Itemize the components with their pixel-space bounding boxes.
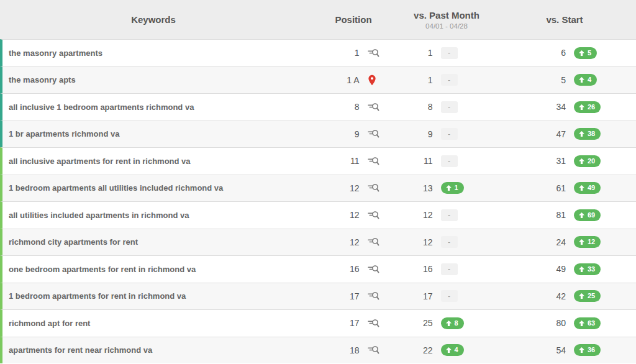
start-cell: 61 49 — [493, 182, 636, 194]
position-icon-slot[interactable] — [368, 183, 380, 193]
change-up-badge: 36 — [574, 344, 601, 356]
start-cell: 6 5 — [493, 47, 636, 59]
no-change-badge: - — [441, 101, 458, 113]
past-month-change-badge: 4 — [441, 344, 467, 356]
keyword-cell: 1 bedroom apartments all utilities inclu… — [2, 183, 307, 193]
no-change-badge: - — [441, 155, 458, 167]
table-row[interactable]: 1 bedroom apartments all utilities inclu… — [0, 175, 636, 202]
position-icon-slot[interactable] — [368, 345, 380, 355]
table-row[interactable]: all utilities included apartments in ric… — [0, 201, 636, 229]
serp-preview-icon[interactable] — [368, 157, 379, 166]
position-cell: 12 — [307, 183, 400, 193]
change-up-badge: 26 — [574, 101, 601, 113]
change-value: 49 — [588, 184, 595, 191]
start-value: 42 — [547, 291, 566, 301]
arrow-up-icon — [446, 321, 452, 326]
position-value: 17 — [341, 318, 360, 328]
change-up-badge: 63 — [574, 317, 601, 329]
start-change-badge: 12 — [574, 236, 610, 248]
start-change-badge: 63 — [574, 317, 610, 329]
position-value: 1 A — [341, 75, 360, 85]
start-value: 61 — [547, 183, 566, 193]
arrow-up-icon — [579, 266, 584, 272]
position-value: 16 — [341, 264, 360, 274]
arrow-up-icon — [579, 293, 584, 299]
position-icon-slot[interactable] — [368, 319, 380, 328]
start-value: 24 — [547, 237, 566, 247]
keyword-label: 1 bedroom apartments all utilities inclu… — [9, 183, 223, 193]
table-row[interactable]: 1 bedroom apartments for rent in richmon… — [0, 283, 636, 310]
arrow-up-icon — [579, 50, 584, 56]
keyword-label: the masonry apts — [9, 75, 76, 84]
table-row[interactable]: the masonry apartments 1 1 - 6 5 — [0, 39, 636, 66]
position-icon-slot[interactable] — [368, 129, 380, 139]
table-row[interactable]: apartments for rent near richmond va 18 … — [0, 337, 636, 364]
serp-preview-icon[interactable] — [368, 265, 379, 274]
table-row[interactable]: all inclusive apartments for rent in ric… — [0, 147, 636, 175]
change-value: 5 — [588, 50, 591, 57]
start-value: 49 — [547, 264, 566, 274]
start-cell: 47 38 — [493, 128, 636, 140]
position-icon-slot[interactable] — [368, 75, 380, 86]
serp-preview-icon[interactable] — [368, 237, 379, 247]
position-cell: 9 — [307, 129, 400, 139]
serp-preview-icon[interactable] — [368, 48, 379, 58]
table-row[interactable]: richmond city apartments for rent 12 12 … — [0, 229, 636, 256]
past-month-value: 1 — [414, 75, 433, 85]
start-change-badge: 69 — [574, 209, 610, 221]
past-month-value: 25 — [414, 318, 433, 328]
change-up-badge: 25 — [574, 290, 601, 302]
start-cell: 54 36 — [493, 344, 636, 356]
arrow-up-icon — [446, 347, 452, 353]
table-row[interactable]: the masonry apts 1 A 1 - 5 4 — [0, 66, 636, 94]
serp-preview-icon[interactable] — [368, 345, 379, 355]
change-value: 33 — [588, 266, 595, 273]
position-icon-slot[interactable] — [368, 48, 380, 58]
table-row[interactable]: richmond apt for rent 17 25 8 80 63 — [0, 309, 636, 337]
past-month-value: 16 — [414, 264, 433, 274]
past-month-change-badge: - — [441, 209, 467, 221]
position-icon-slot[interactable] — [368, 237, 380, 247]
no-change-badge: - — [441, 263, 458, 275]
serp-preview-icon[interactable] — [368, 291, 379, 301]
keyword-label: all utilities included apartments in ric… — [9, 211, 189, 220]
table-row[interactable]: one bedroom apartments for rent in richm… — [0, 255, 636, 283]
serp-preview-icon[interactable] — [368, 211, 379, 220]
keyword-label: richmond apt for rent — [9, 319, 90, 328]
table-row[interactable]: all inclusive 1 bedroom apartments richm… — [0, 93, 636, 121]
position-value: 1 — [341, 48, 360, 58]
start-cell: 31 20 — [493, 155, 636, 167]
position-icon-slot[interactable] — [368, 157, 380, 166]
table-row[interactable]: 1 br apartments richmond va 9 9 - 47 38 — [0, 121, 636, 148]
keyword-cell: one bedroom apartments for rent in richm… — [2, 265, 307, 274]
arrow-up-icon — [579, 321, 584, 326]
position-icon-slot[interactable] — [368, 291, 380, 301]
arrow-up-icon — [579, 104, 584, 110]
map-pin-icon[interactable] — [368, 75, 376, 86]
start-cell: 42 25 — [493, 290, 636, 302]
change-value: 1 — [455, 184, 458, 191]
position-icon-slot[interactable] — [368, 102, 380, 112]
position-icon-slot[interactable] — [368, 211, 380, 220]
change-up-badge: 20 — [574, 155, 601, 167]
serp-preview-icon[interactable] — [368, 129, 379, 139]
past-month-cell: 1 - — [400, 47, 493, 59]
no-change-badge: - — [441, 74, 458, 86]
start-value: 81 — [547, 210, 566, 220]
serp-preview-icon[interactable] — [368, 319, 379, 328]
serp-preview-icon[interactable] — [368, 183, 379, 193]
keyword-label: one bedroom apartments for rent in richm… — [9, 265, 196, 274]
start-cell: 5 4 — [493, 74, 636, 86]
position-cell: 11 — [307, 156, 400, 166]
position-cell: 16 — [307, 264, 400, 274]
position-icon-slot[interactable] — [368, 265, 380, 274]
keyword-table-body: the masonry apartments 1 1 - 6 5 the mas… — [0, 39, 636, 363]
position-value: 17 — [341, 291, 360, 301]
start-cell: 49 33 — [493, 263, 636, 275]
position-value: 9 — [341, 129, 360, 139]
serp-preview-icon[interactable] — [368, 102, 379, 112]
start-change-badge: 20 — [574, 155, 610, 167]
keyword-label: all inclusive apartments for rent in ric… — [9, 157, 191, 166]
start-value: 80 — [547, 318, 566, 328]
past-month-value: 17 — [414, 291, 433, 301]
